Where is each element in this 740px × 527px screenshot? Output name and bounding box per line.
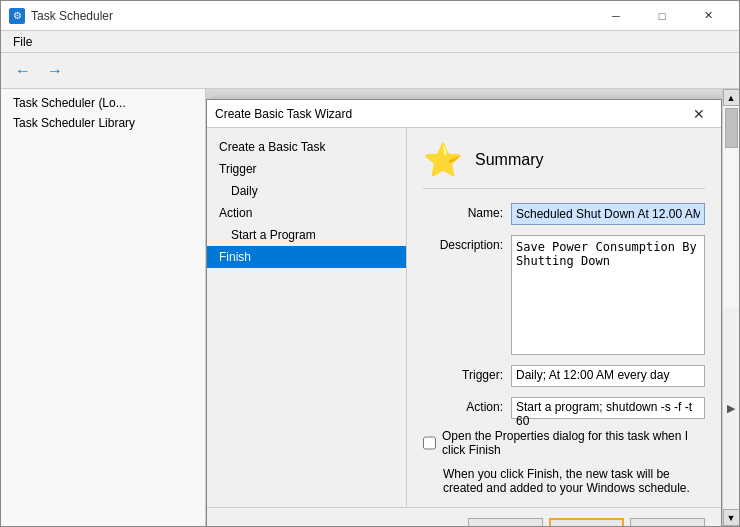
- outer-window: ⚙ Task Scheduler ─ □ ✕ File ← → Task Sch…: [0, 0, 740, 527]
- dialog-titlebar: Create Basic Task Wizard ✕: [207, 100, 721, 128]
- dialog-close-button[interactable]: ✕: [685, 103, 713, 125]
- summary-header: ⭐ Summary: [423, 140, 705, 189]
- dialog-nav-trigger[interactable]: Trigger: [207, 158, 406, 180]
- cancel-button[interactable]: Cancel: [630, 518, 705, 526]
- scroll-up-arrow[interactable]: ▲: [723, 89, 740, 106]
- finish-button[interactable]: Finish: [549, 518, 624, 526]
- dialog-nav-daily[interactable]: Daily: [207, 180, 406, 202]
- trigger-label: Trigger:: [423, 365, 503, 382]
- window-controls: ─ □ ✕: [593, 1, 731, 31]
- scroll-thumb[interactable]: [725, 108, 738, 148]
- action-row: Action: Start a program; shutdown -s -f …: [423, 397, 705, 419]
- dialog: Create Basic Task Wizard ✕ Create a Basi…: [206, 99, 722, 526]
- menu-bar: File: [1, 31, 739, 53]
- dialog-buttons: < Back Finish Cancel: [207, 507, 721, 526]
- open-properties-checkbox[interactable]: [423, 436, 436, 450]
- minimize-button[interactable]: ─: [593, 1, 639, 31]
- name-row: Name:: [423, 203, 705, 225]
- description-row: Description: Save Power Consumption By S…: [423, 235, 705, 355]
- sidebar-item-0[interactable]: Task Scheduler (Lo...: [1, 93, 205, 113]
- trigger-value: Daily; At 12:00 AM every day: [511, 365, 705, 387]
- description-label: Description:: [423, 235, 503, 252]
- toolbar: ← →: [1, 53, 739, 89]
- maximize-button[interactable]: □: [639, 1, 685, 31]
- scroll-middle-arrow[interactable]: ▶: [727, 308, 735, 510]
- outer-titlebar: ⚙ Task Scheduler ─ □ ✕: [1, 1, 739, 31]
- dialog-nav-action[interactable]: Action: [207, 202, 406, 224]
- outer-close-button[interactable]: ✕: [685, 1, 731, 31]
- info-text: When you click Finish, the new task will…: [423, 467, 705, 495]
- scroll-track[interactable]: [723, 106, 739, 308]
- dialog-nav-finish[interactable]: Finish: [207, 246, 406, 268]
- dialog-nav: Create a Basic Task Trigger Daily Action…: [207, 128, 407, 507]
- right-area: Create Basic Task Wizard ✕ Create a Basi…: [206, 89, 739, 526]
- name-input[interactable]: [511, 203, 705, 225]
- summary-icon: ⭐: [423, 140, 463, 180]
- dialog-content: ⭐ Summary Name: Description:: [407, 128, 721, 507]
- dialog-body: Create a Basic Task Trigger Daily Action…: [207, 128, 721, 507]
- summary-title: Summary: [475, 151, 543, 169]
- open-properties-label[interactable]: Open the Properties dialog for this task…: [442, 429, 705, 457]
- dialog-title: Create Basic Task Wizard: [215, 107, 685, 121]
- back-dialog-button[interactable]: < Back: [468, 518, 543, 526]
- action-value: Start a program; shutdown -s -f -t 60: [511, 397, 705, 419]
- forward-button[interactable]: →: [41, 57, 69, 85]
- outer-title: Task Scheduler: [31, 9, 593, 23]
- app-icon: ⚙: [9, 8, 25, 24]
- trigger-row: Trigger: Daily; At 12:00 AM every day: [423, 365, 705, 387]
- dialog-overlay: Create Basic Task Wizard ✕ Create a Basi…: [206, 89, 722, 526]
- action-label: Action:: [423, 397, 503, 414]
- sidebar: Task Scheduler (Lo... Task Scheduler Lib…: [1, 89, 206, 526]
- dialog-nav-start-program[interactable]: Start a Program: [207, 224, 406, 246]
- menu-file[interactable]: File: [5, 33, 40, 51]
- name-label: Name:: [423, 203, 503, 220]
- main-content: Task Scheduler (Lo... Task Scheduler Lib…: [1, 89, 739, 526]
- back-button[interactable]: ←: [9, 57, 37, 85]
- vertical-scrollbar[interactable]: ▲ ▶ ▼: [722, 89, 739, 526]
- sidebar-item-1[interactable]: Task Scheduler Library: [1, 113, 205, 133]
- scroll-down-arrow[interactable]: ▼: [723, 509, 740, 526]
- dialog-nav-create[interactable]: Create a Basic Task: [207, 136, 406, 158]
- checkbox-row: Open the Properties dialog for this task…: [423, 429, 705, 457]
- description-textarea[interactable]: Save Power Consumption By Shutting Down: [511, 235, 705, 355]
